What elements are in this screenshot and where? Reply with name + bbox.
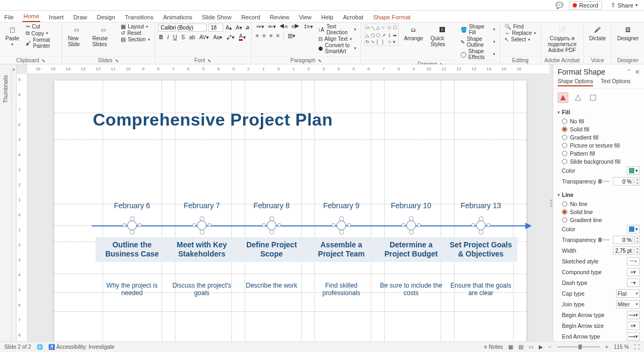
highlight-button[interactable]: 🖍▾ bbox=[225, 34, 236, 40]
dialog-launcher-icon[interactable]: ⬊ bbox=[318, 58, 322, 63]
reuse-slides-button[interactable]: ▭Reuse Slides bbox=[90, 24, 116, 48]
language-button[interactable]: 🌐 bbox=[36, 344, 43, 350]
adobe-pdf-button[interactable]: 📄Создать и поделиться Adobe PDF bbox=[544, 24, 580, 54]
tab-transitions[interactable]: Transitions bbox=[124, 12, 155, 22]
join-picker[interactable]: Miter▾ bbox=[616, 300, 640, 309]
designer-button[interactable]: 🖼Designer bbox=[615, 24, 641, 42]
numbering-button[interactable]: ≕▾ bbox=[267, 24, 277, 30]
text-direction-button[interactable]: ↕AText Direction▾ bbox=[317, 24, 358, 35]
fill-section-header[interactable]: Fill bbox=[558, 107, 640, 117]
milestone-box[interactable]: Define Project Scope bbox=[235, 237, 308, 262]
shape-fill-button[interactable]: 🪣Shape Fill▾ bbox=[459, 24, 497, 35]
fill-line-tab-icon[interactable] bbox=[558, 92, 568, 103]
slide-counter[interactable]: Slide 2 of 2 bbox=[4, 344, 31, 350]
smartart-button[interactable]: ⬢Convert to SmartArt▾ bbox=[317, 42, 358, 54]
zoom-slider[interactable] bbox=[557, 346, 600, 348]
record-button[interactable]: Record bbox=[569, 1, 602, 10]
underline-button[interactable]: U bbox=[172, 34, 178, 40]
begin-arrow-type-picker[interactable]: ⟶▾ bbox=[627, 311, 640, 319]
milestone-node-icon[interactable] bbox=[197, 221, 207, 230]
close-icon[interactable]: ✕ bbox=[635, 69, 640, 76]
fill-color-picker[interactable]: ▾ bbox=[627, 166, 640, 175]
dictate-button[interactable]: 🎤Dictate bbox=[587, 24, 608, 42]
layout-button[interactable]: ▦Layout▾ bbox=[120, 24, 151, 30]
chevron-down-icon[interactable]: ˅ bbox=[627, 69, 631, 76]
format-painter-button[interactable]: 🖌Format Painter bbox=[25, 37, 59, 49]
bold-button[interactable]: B bbox=[158, 34, 164, 40]
copy-button[interactable]: ⧉Copy▾ bbox=[25, 30, 59, 36]
tab-shape-options[interactable]: Shape Options bbox=[558, 78, 593, 86]
font-size-select[interactable] bbox=[208, 24, 223, 32]
end-arrow-type-picker[interactable]: ⟶▾ bbox=[627, 332, 640, 341]
replace-button[interactable]: ↔Replace▾ bbox=[503, 30, 537, 36]
milestone-box[interactable]: Assemble a Project Team bbox=[305, 237, 378, 262]
align-center-button[interactable]: ≡ bbox=[261, 31, 267, 40]
tab-text-options[interactable]: Text Options bbox=[601, 78, 631, 86]
select-button[interactable]: ↖Select▾ bbox=[503, 36, 537, 42]
clear-format-button[interactable]: A̷ bbox=[245, 25, 251, 31]
shrink-font-button[interactable]: A▾ bbox=[235, 25, 243, 31]
italic-button[interactable]: I bbox=[166, 34, 170, 40]
share-button[interactable]: ⇪Share▾ bbox=[608, 1, 641, 9]
line-transparency-input[interactable] bbox=[613, 236, 633, 244]
line-width-input[interactable] bbox=[613, 246, 633, 255]
tab-insert[interactable]: Insert bbox=[48, 12, 65, 22]
comments-icon[interactable]: 💬 bbox=[555, 2, 564, 9]
slide[interactable]: Comprehensive Project Plan February 6Out… bbox=[54, 80, 526, 341]
dialog-launcher-icon[interactable]: ⬊ bbox=[41, 58, 46, 63]
dialog-launcher-icon[interactable]: ⬊ bbox=[115, 58, 119, 63]
line-color-picker[interactable]: ▾ bbox=[627, 225, 640, 233]
section-button[interactable]: ▤Section▾ bbox=[120, 36, 151, 42]
dialog-launcher-icon[interactable]: ⬊ bbox=[207, 58, 211, 63]
line-transparency-slider[interactable] bbox=[598, 239, 610, 240]
indent-inc-button[interactable]: ≡⯈ bbox=[290, 24, 301, 30]
tab-record[interactable]: Record bbox=[240, 12, 261, 22]
change-case-button[interactable]: Aa▾ bbox=[212, 34, 223, 40]
tab-view[interactable]: View bbox=[298, 12, 313, 22]
timeline-arrow[interactable] bbox=[92, 225, 526, 226]
indent-dec-button[interactable]: ⯇≡ bbox=[279, 24, 289, 30]
line-spacing-button[interactable]: ‡≡▾ bbox=[303, 24, 313, 30]
milestone-node-icon[interactable] bbox=[127, 221, 137, 230]
fill-picture[interactable]: Picture or texture fill bbox=[558, 141, 640, 149]
milestone-node-icon[interactable] bbox=[406, 221, 416, 230]
slide-viewport[interactable]: Comprehensive Project Plan February 6Out… bbox=[27, 74, 550, 341]
align-text-button[interactable]: ⊟Align Text▾ bbox=[317, 36, 358, 42]
normal-view-button[interactable]: ▦ bbox=[508, 344, 513, 350]
new-slide-button[interactable]: ▭New Slide bbox=[65, 24, 87, 48]
shadow-button[interactable]: ab bbox=[188, 34, 196, 40]
fill-slide-bg[interactable]: Slide background fill bbox=[558, 157, 640, 165]
thumbnails-toggle[interactable]: ▸ bbox=[12, 64, 17, 341]
zoom-value[interactable]: 115 % bbox=[614, 344, 629, 350]
milestone-node-icon[interactable] bbox=[476, 221, 486, 230]
spinner[interactable]: ▴▾ bbox=[634, 177, 640, 186]
find-button[interactable]: 🔍Find bbox=[503, 24, 537, 30]
fill-pattern[interactable]: Pattern fill bbox=[558, 149, 640, 157]
milestone-box[interactable]: Set Project Goals & Objectives bbox=[444, 237, 517, 262]
tab-design[interactable]: Design bbox=[96, 12, 116, 22]
compound-picker[interactable]: ≡▾ bbox=[627, 268, 640, 276]
shapes-gallery[interactable]: ▭＼△○◇⬡ △⬠⬡↗⇩⬌ ↻∿{}☆▾ bbox=[364, 24, 398, 46]
slideshow-view-button[interactable]: ▶ bbox=[539, 344, 543, 350]
justify-button[interactable]: ≡ bbox=[275, 31, 281, 40]
milestone-box[interactable]: Meet with Key Stakeholders bbox=[165, 237, 238, 262]
columns-button[interactable]: ▥▾ bbox=[287, 31, 296, 40]
milestone-box[interactable]: Determine a Project Budget bbox=[375, 237, 448, 262]
fill-transparency-input[interactable] bbox=[613, 177, 633, 186]
fit-to-window-button[interactable]: ⛶ bbox=[634, 344, 640, 350]
shape-outline-button[interactable]: ✎Shape Outline▾ bbox=[459, 36, 497, 48]
cut-button[interactable]: ✂Cut bbox=[25, 24, 59, 30]
tab-acrobat[interactable]: Acrobat bbox=[342, 12, 364, 22]
notes-button[interactable]: ≡ Notes bbox=[484, 344, 503, 350]
reset-button[interactable]: ↺Reset bbox=[120, 30, 151, 36]
line-none[interactable]: No line bbox=[558, 200, 640, 208]
size-tab-icon[interactable] bbox=[588, 92, 598, 103]
tab-review[interactable]: Review bbox=[269, 12, 290, 22]
accessibility-button[interactable]: ♿Accessibility: Investigate bbox=[48, 344, 114, 350]
spinner[interactable]: ▴▾ bbox=[634, 236, 640, 244]
fill-gradient[interactable]: Gradient fill bbox=[558, 133, 640, 141]
milestone-node-icon[interactable] bbox=[336, 221, 346, 230]
milestone-box[interactable]: Outline the Business Case bbox=[96, 237, 169, 262]
effects-tab-icon[interactable] bbox=[573, 92, 583, 103]
fill-transparency-slider[interactable] bbox=[598, 181, 610, 182]
